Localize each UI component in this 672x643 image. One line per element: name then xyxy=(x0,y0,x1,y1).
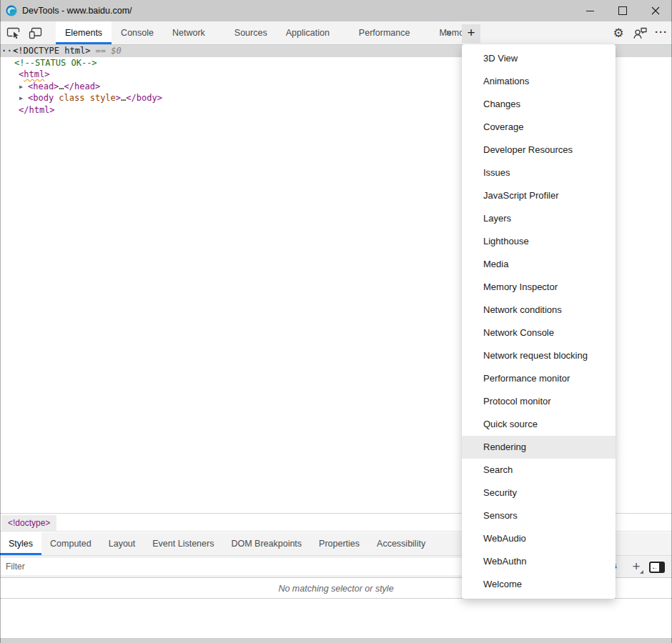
code-segment: </body> xyxy=(126,93,162,103)
menu-item-network-conditions[interactable]: Network conditions xyxy=(462,299,616,322)
expand-arrow-icon[interactable]: ▶ xyxy=(19,81,23,94)
code-segment: </html> xyxy=(19,105,55,115)
edge-logo-icon xyxy=(6,5,17,16)
more-tabs-button[interactable]: » xyxy=(439,21,459,44)
toolbar-right-icons: ⚙ ··· xyxy=(608,21,672,44)
window-title: DevTools - www.baidu.com/ xyxy=(22,0,132,21)
code-segment: <!DOCTYPE html> xyxy=(13,46,96,56)
window-bottom-edge xyxy=(0,638,672,643)
new-style-rule-button[interactable]: + xyxy=(628,557,645,576)
menu-item-coverage[interactable]: Coverage xyxy=(462,116,616,139)
inspect-element-button[interactable] xyxy=(4,24,23,42)
breadcrumb-doctype[interactable]: <!doctype> xyxy=(1,515,56,531)
menu-item-media[interactable]: Media xyxy=(462,253,616,276)
menu-item-performance-monitor[interactable]: Performance monitor xyxy=(462,367,616,390)
styles-tab-accessibility[interactable]: Accessibility xyxy=(368,532,434,555)
menu-item-rendering[interactable]: Rendering xyxy=(462,436,616,459)
more-options-icon: ··· xyxy=(655,26,668,40)
menu-item-layers[interactable]: Layers xyxy=(462,207,616,230)
node-menu-dots-icon[interactable]: ··· xyxy=(1,45,18,57)
code-segment: <body xyxy=(28,93,54,103)
tab-sources[interactable]: Sources xyxy=(225,21,277,44)
tab-network[interactable]: Network xyxy=(163,21,214,44)
menu-item-animations[interactable]: Animations xyxy=(462,70,616,93)
more-tools-menu: 3D ViewAnimationsChangesCoverageDevelope… xyxy=(462,44,616,599)
minimize-icon xyxy=(586,11,594,11)
menu-item-protocol-monitor[interactable]: Protocol monitor xyxy=(462,390,616,413)
arrow-left-icon: ← xyxy=(651,562,658,572)
styles-tab-properties[interactable]: Properties xyxy=(310,532,368,555)
code-segment: > xyxy=(116,93,121,103)
close-button[interactable] xyxy=(639,0,672,21)
menu-item-welcome[interactable]: Welcome xyxy=(462,573,616,596)
inspect-cursor-icon xyxy=(6,26,21,39)
menu-item-webaudio[interactable]: WebAudio xyxy=(462,527,616,550)
code-segment: <head> xyxy=(28,81,59,91)
menu-item-security[interactable]: Security xyxy=(462,482,616,504)
devtools-window: DevTools - www.baidu.com/ ElementsConsol… xyxy=(0,0,672,643)
menu-item-developer-resources[interactable]: Developer Resources xyxy=(462,139,616,161)
device-toolbar-button[interactable] xyxy=(26,24,45,42)
window-controls xyxy=(573,0,672,21)
menu-item-webauthn[interactable]: WebAuthn xyxy=(462,550,616,573)
tab-elements[interactable]: Elements xyxy=(56,21,112,44)
plus-icon: + xyxy=(632,559,640,574)
window-left-border xyxy=(0,0,1,643)
gear-icon: ⚙ xyxy=(613,27,623,39)
menu-item-issues[interactable]: Issues xyxy=(462,161,616,184)
main-toolbar: ElementsConsoleNetworkSourcesApplication… xyxy=(0,21,672,45)
code-segment: == $0 xyxy=(96,46,122,56)
maximize-button[interactable] xyxy=(606,0,639,21)
menu-item-javascript-profiler[interactable]: JavaScript Profiler xyxy=(462,184,616,207)
maximize-icon xyxy=(618,6,627,15)
code-segment: > xyxy=(44,69,49,79)
code-segment: html xyxy=(24,69,44,79)
code-segment: </head> xyxy=(64,81,101,91)
devtools-tab-strip: ElementsConsoleNetworkSourcesApplication… xyxy=(56,21,481,44)
code-segment: <!--STATUS OK--> xyxy=(14,58,97,68)
tab-application[interactable]: Application xyxy=(277,21,339,44)
tab-console[interactable]: Console xyxy=(112,21,163,44)
menu-item-lighthouse[interactable]: Lighthouse xyxy=(462,230,616,253)
titlebar: DevTools - www.baidu.com/ xyxy=(0,0,672,21)
menu-item-sensors[interactable]: Sensors xyxy=(462,504,616,527)
styles-tab-event-listeners[interactable]: Event Listeners xyxy=(144,532,222,555)
feedback-icon xyxy=(633,26,648,39)
device-toolbar-icon xyxy=(29,26,43,39)
tab-performance[interactable]: Performance xyxy=(350,21,420,44)
styles-tab-computed[interactable]: Computed xyxy=(41,532,100,555)
computed-sidebar-toggle-button[interactable]: ← xyxy=(649,562,665,573)
menu-item-network-console[interactable]: Network Console xyxy=(462,322,616,344)
expand-arrow-icon[interactable]: ▶ xyxy=(19,93,23,105)
menu-item-changes[interactable]: Changes xyxy=(462,93,616,116)
code-segment: class style xyxy=(54,93,116,103)
empty-message: No matching selector or style xyxy=(278,584,393,594)
menu-item-network-request-blocking[interactable]: Network request blocking xyxy=(462,344,616,367)
close-icon xyxy=(651,6,660,15)
feedback-button[interactable] xyxy=(629,21,651,44)
menu-item-memory-inspector[interactable]: Memory Inspector xyxy=(462,276,616,299)
styles-tab-styles[interactable]: Styles xyxy=(0,532,41,555)
more-options-button[interactable]: ··· xyxy=(651,21,672,44)
menu-item-search[interactable]: Search xyxy=(462,459,616,482)
styles-tab-dom-breakpoints[interactable]: DOM Breakpoints xyxy=(222,532,310,555)
sidebar-panel-icon xyxy=(659,563,663,572)
menu-item-quick-source[interactable]: Quick source xyxy=(462,413,616,436)
minimize-button[interactable] xyxy=(573,0,606,21)
add-tools-button[interactable]: + xyxy=(462,24,480,43)
settings-button[interactable]: ⚙ xyxy=(608,21,629,44)
styles-tab-layout[interactable]: Layout xyxy=(100,532,144,555)
menu-item-3d-view[interactable]: 3D View xyxy=(462,47,616,70)
code-segment: … xyxy=(59,81,64,91)
